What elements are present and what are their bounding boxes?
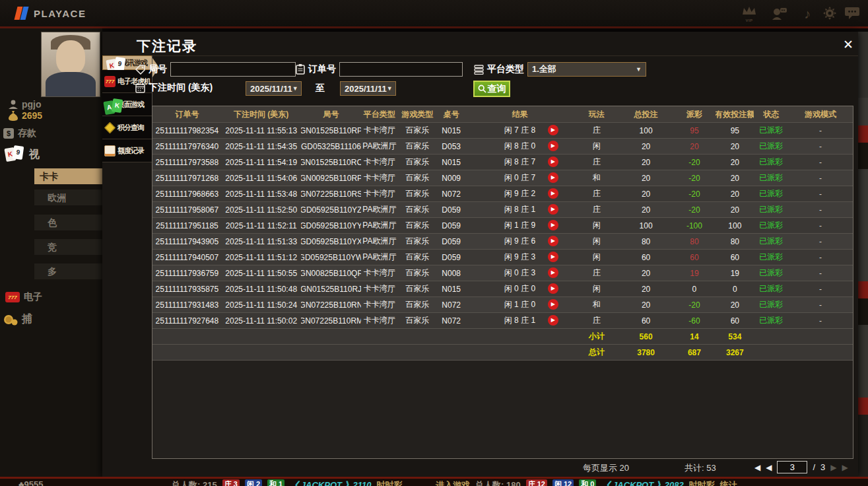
bg-category-kaka-selected[interactable]: 卡卡 xyxy=(34,168,102,184)
round-field-group: 局号 xyxy=(135,62,296,77)
table-cell: 20 xyxy=(619,170,673,186)
table-row: 2511111179314832025-11-11 11:50:24GN0722… xyxy=(152,297,853,313)
jackpot-label: 《 JACKPOT 》2110 xyxy=(290,479,371,486)
table-cell: 闲 8 庄 0▶ xyxy=(465,139,574,154)
replay-play-icon[interactable]: ▶ xyxy=(548,141,558,151)
table-cell: 2025-11-11 11:55:13 xyxy=(222,123,301,138)
table-cell: 2025-11-11 11:54:19 xyxy=(222,155,301,170)
brand-name: PLAYACE xyxy=(34,8,86,19)
replay-play-icon[interactable]: ▶ xyxy=(548,252,558,262)
replay-play-icon[interactable]: ▶ xyxy=(548,283,558,294)
slots-777-icon: 777 xyxy=(104,76,116,87)
table-cell: N015 xyxy=(437,155,465,170)
column-header: 有效投注额 xyxy=(716,106,754,122)
table-row: 2511111179686632025-11-11 11:53:48GN0722… xyxy=(152,186,853,202)
table-cell: 19 xyxy=(716,265,754,281)
table-cell: 251111117971268 xyxy=(152,170,222,186)
table-cell: GN01525B110RJ xyxy=(301,281,362,296)
replay-play-icon[interactable]: ▶ xyxy=(548,172,558,183)
table-row: 2511111179735882025-11-11 11:54:19GN0152… xyxy=(152,155,853,170)
table-cell: PA欧洲厅 xyxy=(361,234,397,249)
dialog-title: 下注记录 xyxy=(137,37,197,55)
platform-field-group: 平台类型 1.全部▼ xyxy=(474,62,646,77)
summary-cell: 3267 xyxy=(716,345,754,360)
top-bar: PLAYACE VIP ♪ xyxy=(0,0,868,26)
summary-cell xyxy=(397,345,437,360)
settings-gear-icon[interactable] xyxy=(821,7,838,21)
bg-category-item[interactable]: 色 xyxy=(34,215,102,230)
table-cell: 已派彩 xyxy=(754,155,788,170)
to-label: 至 xyxy=(316,83,325,94)
round-input[interactable] xyxy=(170,62,296,77)
table-cell: 闲 8 庄 1▶ xyxy=(465,202,574,217)
order-input[interactable] xyxy=(339,62,463,77)
table-cell: GN01525B110RO xyxy=(301,155,362,170)
customer-service-icon[interactable] xyxy=(771,7,788,21)
table-cell: 百家乐 xyxy=(397,139,437,154)
table-cell: - xyxy=(788,123,853,138)
menu-item-table-games[interactable]: AK 桌面游戏 xyxy=(102,93,152,116)
table-cell: 闲 9 庄 6▶ xyxy=(465,234,574,249)
table-row: 2511111179405072025-11-11 11:51:12GD0592… xyxy=(152,250,853,265)
menu-item-points-query[interactable]: 积分查询 xyxy=(102,116,152,139)
date-to-select[interactable]: 2025/11/11▼ xyxy=(340,81,396,96)
table-row: 2511111179763402025-11-11 11:54:35GD0532… xyxy=(152,139,853,155)
replay-play-icon[interactable]: ▶ xyxy=(548,188,558,199)
table-cell: 80 xyxy=(673,234,716,249)
quota-document-icon xyxy=(104,145,116,156)
bg-category-item[interactable]: 欧洲 xyxy=(34,190,102,205)
close-icon[interactable]: ✕ xyxy=(840,37,856,53)
table-cell: 百家乐 xyxy=(397,186,437,201)
status-run-2: 进入游戏 总人数: 180 庄 12 闲 12 和 0 《 JACKPOT 》2… xyxy=(436,479,737,486)
table-cell: GN00825B110QP xyxy=(301,265,362,281)
table-cell: N072 xyxy=(437,297,465,312)
platform-select[interactable]: 1.全部▼ xyxy=(527,62,646,77)
vip-icon[interactable]: VIP xyxy=(741,7,758,21)
last-page-icon[interactable]: ▶ xyxy=(842,463,848,472)
table-cell: 251111117976340 xyxy=(152,139,222,154)
table-cell: 251111117931483 xyxy=(152,297,222,312)
replay-play-icon[interactable]: ▶ xyxy=(548,125,558,135)
table-row: 2511111179712682025-11-11 11:54:06GN0092… xyxy=(152,170,853,186)
replay-play-icon[interactable]: ▶ xyxy=(548,299,558,310)
bg-category-item[interactable]: 竞 xyxy=(34,239,102,255)
chat-bubble-icon[interactable] xyxy=(844,7,861,21)
table-cell: D059 xyxy=(437,250,465,265)
table-cell: 卡卡湾厅 xyxy=(361,297,397,312)
table-cell: 百家乐 xyxy=(397,202,437,217)
user-avatar[interactable] xyxy=(41,32,100,97)
table-row: 2511111179276482025-11-11 11:50:02GN0722… xyxy=(152,313,853,329)
deposit-row[interactable]: $ 存款 xyxy=(3,127,36,139)
current-page-input[interactable]: 3 xyxy=(777,461,807,473)
menu-item-quota-records[interactable]: 额度记录 xyxy=(102,139,152,162)
table-cell: 251111117973588 xyxy=(152,155,222,170)
replay-play-icon[interactable]: ▶ xyxy=(548,156,558,167)
bg-category-item[interactable]: 多 xyxy=(34,263,102,279)
table-cell: 卡卡湾厅 xyxy=(361,281,397,296)
search-button[interactable]: 查询 xyxy=(473,81,510,97)
platform-list-icon xyxy=(474,65,484,75)
prev-page-icon[interactable]: ◀ xyxy=(766,463,772,472)
bg-category-fishing[interactable]: 捕 xyxy=(3,312,32,326)
slots-777-icon: 777 xyxy=(5,292,20,302)
next-page-icon[interactable]: ▶ xyxy=(830,463,836,472)
table-cell: 已派彩 xyxy=(754,250,788,265)
bg-category-video[interactable]: K9 视 xyxy=(5,146,40,163)
summary-cell xyxy=(437,345,465,360)
replay-play-icon[interactable]: ▶ xyxy=(548,267,558,278)
column-header: 游戏模式 xyxy=(788,106,853,122)
first-page-icon[interactable]: ◀ xyxy=(754,463,760,472)
replay-play-icon[interactable]: ▶ xyxy=(548,204,558,215)
replay-play-icon[interactable]: ▶ xyxy=(548,220,558,230)
table-cell: 百家乐 xyxy=(397,123,437,138)
table-row: 2511111179358752025-11-11 11:50:48GN0152… xyxy=(152,281,853,297)
music-icon[interactable]: ♪ xyxy=(799,7,816,21)
tag-icon xyxy=(135,65,145,75)
table-row: 2511111179439052025-11-11 11:51:33GD0592… xyxy=(152,234,853,250)
replay-play-icon[interactable]: ▶ xyxy=(548,236,558,246)
table-cell: 庄 xyxy=(574,186,619,201)
date-from-select[interactable]: 2025/11/11▼ xyxy=(246,81,302,96)
table-cell: 60 xyxy=(716,313,754,328)
replay-play-icon[interactable]: ▶ xyxy=(548,315,558,326)
bg-category-slots[interactable]: 777 电子 xyxy=(5,291,42,303)
